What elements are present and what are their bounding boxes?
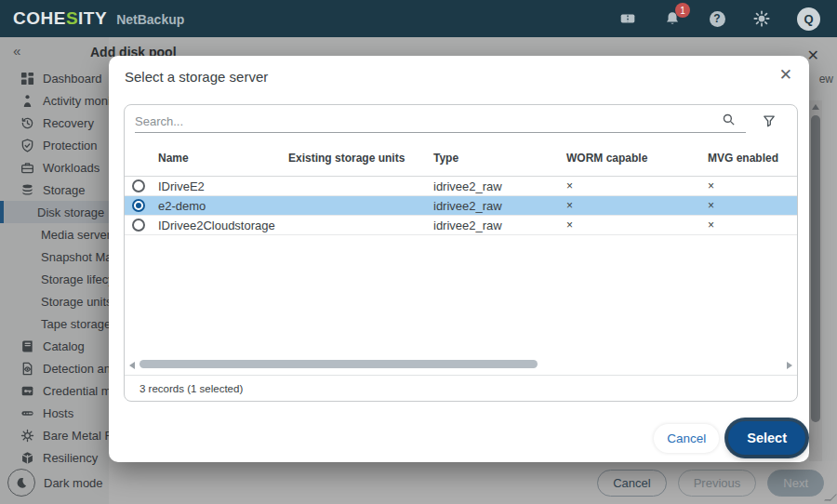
select-storage-server-dialog: Select a storage server ✕ Name Existing …	[109, 56, 809, 462]
brand-ity: ITY	[78, 8, 107, 29]
column-header-name: Name	[153, 152, 283, 165]
notifications-bell-icon[interactable]: 1	[663, 9, 682, 28]
table-row[interactable]: IDriveE2 idrivee2_raw × ×	[125, 177, 797, 196]
help-icon[interactable]: ?	[708, 9, 726, 28]
column-header-mvg: MVG enabled	[702, 152, 797, 165]
scroll-right-arrow-icon[interactable]	[787, 362, 792, 369]
horizontal-scrollbar-thumb[interactable]	[140, 360, 538, 368]
user-avatar[interactable]: Q	[797, 7, 820, 31]
cell-type: idrivee2_raw	[428, 199, 561, 213]
storage-server-table-container: Name Existing storage units Type WORM ca…	[124, 104, 798, 402]
dialog-close-icon[interactable]: ✕	[779, 65, 792, 85]
topbar-actions: 1 ? Q	[618, 7, 824, 31]
table-empty-area	[125, 235, 797, 356]
cell-worm: ×	[561, 179, 702, 192]
column-header-type: Type	[428, 152, 561, 165]
cell-worm: ×	[561, 219, 702, 232]
cell-type: idrivee2_raw	[428, 219, 561, 232]
cell-name: e2-demo	[153, 199, 283, 213]
horizontal-scrollbar[interactable]	[125, 356, 797, 375]
cell-name: IDriveE2	[153, 179, 283, 193]
brand-s-green: S	[66, 8, 78, 29]
radio-button[interactable]	[132, 179, 145, 192]
filter-funnel-icon[interactable]	[763, 114, 776, 131]
cell-mvg: ×	[702, 199, 797, 212]
dialog-actions: Cancel Select	[654, 421, 805, 455]
dialog-cancel-button[interactable]: Cancel	[654, 424, 719, 453]
cell-mvg: ×	[702, 219, 797, 232]
notification-badge: 1	[675, 3, 690, 18]
search-row	[125, 105, 797, 139]
table-row[interactable]: IDrivee2Cloudstorage idrivee2_raw × ×	[125, 216, 797, 235]
cell-mvg: ×	[702, 179, 797, 192]
scroll-left-arrow-icon[interactable]	[129, 362, 135, 369]
dialog-select-button[interactable]: Select	[728, 421, 805, 455]
column-header-existing-units: Existing storage units	[283, 152, 428, 165]
search-icon[interactable]	[722, 113, 736, 130]
brand-cohe: COHE	[13, 8, 66, 29]
support-ticket-icon[interactable]	[618, 9, 637, 28]
search-input[interactable]	[135, 111, 746, 133]
cohesity-netbackup-logo: COHESITY NetBackup	[13, 8, 184, 29]
screen: COHESITY NetBackup 1 ? Q «	[0, 0, 837, 504]
settings-gear-icon[interactable]	[752, 9, 771, 28]
top-bar: COHESITY NetBackup 1 ? Q	[0, 0, 837, 37]
table-header-row: Name Existing storage units Type WORM ca…	[125, 139, 797, 177]
cell-worm: ×	[561, 199, 702, 212]
cell-name: IDrivee2Cloudstorage	[153, 219, 283, 232]
product-name: NetBackup	[116, 12, 184, 27]
dialog-title: Select a storage server	[125, 69, 268, 85]
radio-button-selected[interactable]	[132, 199, 145, 212]
records-count: 3 records (1 selected)	[125, 375, 797, 401]
radio-button[interactable]	[132, 219, 145, 232]
column-header-worm: WORM capable	[561, 152, 702, 165]
table-row-selected[interactable]: e2-demo idrivee2_raw × ×	[125, 196, 797, 216]
cell-type: idrivee2_raw	[428, 179, 561, 193]
